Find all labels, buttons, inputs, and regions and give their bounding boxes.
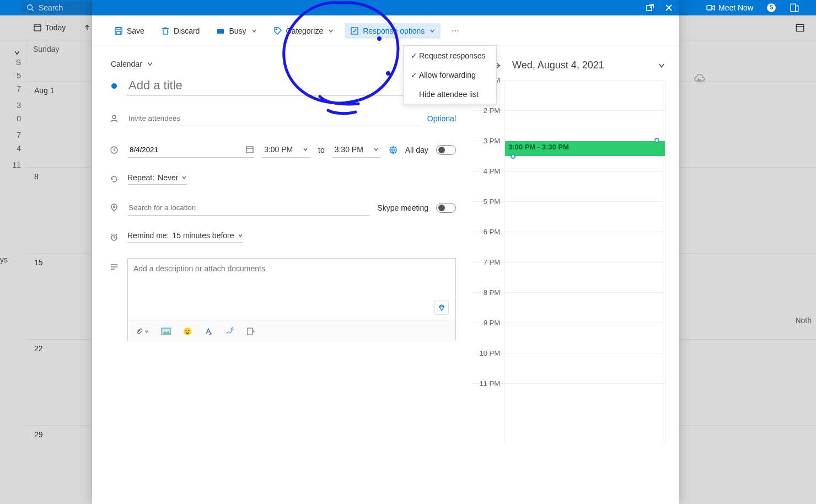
- menu-item-request-responses[interactable]: ✓ Request responses: [404, 46, 496, 65]
- date-input[interactable]: [127, 142, 245, 157]
- svg-point-39: [189, 330, 190, 331]
- new-event-dialog: Save Discard Busy Categorize Response op…: [92, 0, 679, 504]
- svg-point-36: [163, 329, 165, 331]
- response-options-dropdown[interactable]: Response options: [345, 23, 441, 39]
- chevron-down-icon: [328, 28, 334, 34]
- skype-toggle[interactable]: [436, 203, 456, 213]
- busy-icon: [216, 26, 225, 35]
- emoji-button[interactable]: [183, 327, 192, 336]
- chevron-down-icon: [238, 233, 243, 238]
- timezone-icon[interactable]: [389, 146, 398, 154]
- location-input[interactable]: [127, 200, 369, 216]
- menu-item-label: Allow forwarding: [419, 71, 476, 79]
- premium-icon[interactable]: [434, 301, 449, 315]
- optional-attendees-link[interactable]: Optional: [427, 114, 456, 123]
- chevron-down-icon[interactable]: [658, 62, 665, 69]
- menu-item-label: Hide attendee list: [419, 90, 479, 99]
- hour-label: 2 PM: [473, 106, 500, 115]
- discard-label: Discard: [174, 26, 200, 35]
- end-time-picker[interactable]: 3:30 PM: [332, 142, 381, 158]
- check-icon: ✓: [409, 71, 419, 79]
- menu-item-label: Request responses: [419, 51, 486, 60]
- response-options-menu: ✓ Request responses ✓ Allow forwarding H…: [403, 45, 497, 104]
- categorize-label: Categorize: [286, 26, 324, 35]
- reminder-label: Remind me:: [127, 231, 169, 240]
- hour-label: 3 PM: [473, 137, 500, 145]
- end-time-value: 3:30 PM: [335, 145, 363, 154]
- svg-rect-2: [707, 6, 712, 10]
- text-format-button[interactable]: [204, 327, 213, 336]
- svg-rect-22: [217, 29, 224, 34]
- attach-button[interactable]: [136, 327, 149, 336]
- menu-item-allow-forwarding[interactable]: ✓ Allow forwarding: [404, 65, 496, 84]
- teams-icon[interactable]: [790, 3, 799, 13]
- svg-point-25: [112, 115, 116, 119]
- video-icon: [706, 3, 715, 12]
- discard-button[interactable]: Discard: [155, 23, 205, 39]
- cloud-sync-icon[interactable]: [694, 74, 706, 84]
- svg-rect-5: [791, 4, 796, 12]
- svg-line-1: [32, 9, 34, 12]
- svg-point-38: [186, 330, 187, 331]
- hour-label: 8 PM: [473, 288, 500, 297]
- skype-icon[interactable]: S: [766, 3, 776, 13]
- svg-point-23: [276, 29, 277, 30]
- response-options-label: Response options: [363, 26, 425, 35]
- svg-rect-35: [162, 328, 170, 335]
- categorize-dropdown[interactable]: Categorize: [268, 23, 340, 39]
- hour-label: 11 PM: [473, 379, 500, 388]
- chevron-down-icon: [303, 147, 308, 152]
- busy-dropdown[interactable]: Busy: [211, 23, 262, 39]
- calendar-icon[interactable]: [245, 145, 254, 154]
- hour-label: 6 PM: [473, 228, 500, 236]
- reminder-icon: [110, 233, 119, 242]
- description-icon: [110, 262, 119, 271]
- popout-icon[interactable]: [646, 3, 654, 12]
- svg-rect-27: [246, 147, 253, 153]
- all-day-label: All day: [405, 146, 428, 154]
- hour-label: 9 PM: [473, 319, 500, 327]
- busy-label: Busy: [229, 26, 246, 35]
- menu-item-hide-attendees[interactable]: Hide attendee list: [404, 84, 496, 104]
- svg-rect-18: [116, 31, 121, 34]
- event-toolbar: Save Discard Busy Categorize Response op…: [92, 15, 679, 46]
- repeat-picker[interactable]: Repeat: Never: [127, 173, 187, 185]
- reminder-picker[interactable]: Remind me: 15 minutes before: [127, 231, 243, 243]
- signature-button[interactable]: [225, 327, 234, 336]
- close-icon[interactable]: [664, 3, 673, 12]
- chevron-down-icon: [144, 329, 149, 334]
- meet-now-button[interactable]: Meet Now: [706, 3, 753, 12]
- addin-button[interactable]: [246, 327, 255, 336]
- all-day-toggle[interactable]: [436, 145, 456, 155]
- save-button[interactable]: Save: [109, 23, 150, 39]
- chevron-down-icon: [251, 28, 257, 34]
- calendar-picker-label: Calendar: [111, 60, 142, 68]
- date-picker[interactable]: [127, 142, 254, 158]
- start-time-picker[interactable]: 3:00 PM: [262, 142, 310, 158]
- repeat-label: Repeat:: [127, 173, 154, 182]
- svg-rect-19: [163, 29, 168, 34]
- more-actions-button[interactable]: ⋯: [446, 23, 465, 39]
- insert-image-button[interactable]: [161, 327, 171, 336]
- hour-label: 4 PM: [473, 167, 500, 175]
- description-input[interactable]: [128, 259, 455, 318]
- repeat-value: Never: [158, 173, 178, 182]
- svg-point-30: [114, 206, 115, 208]
- skype-meeting-label: Skype meeting: [377, 203, 428, 212]
- svg-text:S: S: [770, 4, 774, 10]
- tag-icon: [273, 26, 282, 35]
- hour-label: 10 PM: [473, 349, 500, 357]
- hour-label: 7 PM: [473, 258, 500, 266]
- save-label: Save: [127, 26, 144, 35]
- search-placeholder: Search: [39, 3, 63, 12]
- chevron-down-icon: [147, 61, 153, 67]
- to-label: to: [318, 146, 325, 154]
- location-icon: [110, 203, 119, 212]
- attendees-input[interactable]: [127, 111, 420, 126]
- chevron-down-icon: [373, 147, 379, 152]
- dayview-date: Wed, August 4, 2021: [512, 60, 604, 71]
- svg-rect-17: [117, 28, 120, 30]
- meet-now-label: Meet Now: [718, 3, 753, 12]
- start-time-value: 3:00 PM: [264, 145, 293, 154]
- dayview-grid[interactable]: 3:00 PM - 3:30 PM 1 PM 2 PM 3 PM 4 PM 5 …: [473, 80, 665, 444]
